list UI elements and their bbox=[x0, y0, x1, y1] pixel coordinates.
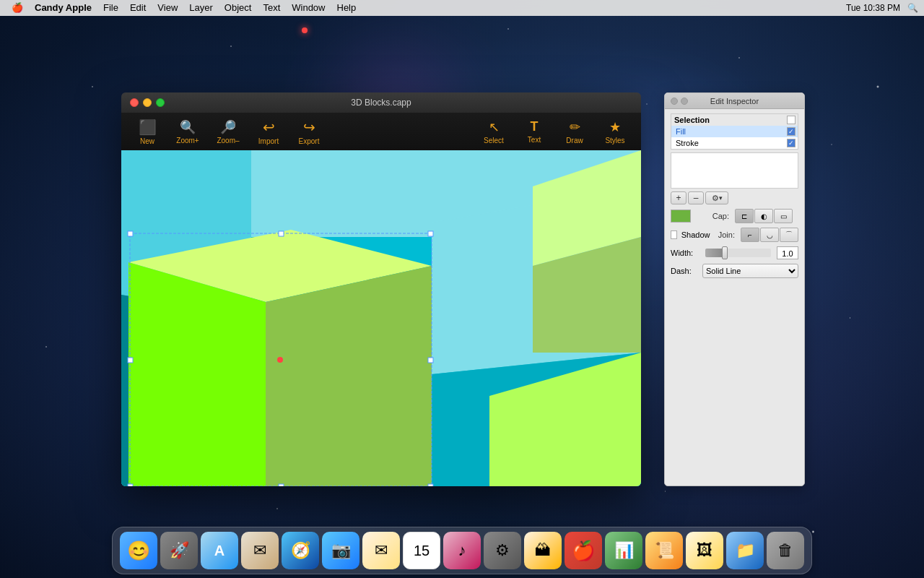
facetime-icon: 📷 bbox=[331, 541, 351, 560]
cap-round-button[interactable]: ◐ bbox=[754, 209, 773, 223]
fill-checkbox[interactable]: ✓ bbox=[787, 127, 796, 136]
stroke-row: Stroke ✓ bbox=[671, 137, 798, 150]
toolbar-import-button[interactable]: ↩ Import bbox=[250, 116, 287, 147]
select-icon: ↖ bbox=[489, 119, 500, 135]
inspector-title: Edit Inspector bbox=[710, 97, 759, 105]
toolbar-zoom-in-button[interactable]: 🔍 Zoom+ bbox=[169, 116, 206, 147]
stroke-checkbox[interactable]: ✓ bbox=[787, 139, 796, 147]
dock-iphoto[interactable]: 🏔 bbox=[524, 532, 562, 569]
ical-icon: 15 bbox=[414, 543, 430, 559]
app-name[interactable]: Candy Apple bbox=[29, 0, 97, 16]
dock-itunes[interactable]: ♪ bbox=[443, 532, 481, 569]
fill-row: Fill ✓ bbox=[671, 126, 798, 137]
cap-butt-button[interactable]: ⊏ bbox=[735, 209, 754, 223]
selection-checkbox[interactable] bbox=[787, 116, 796, 124]
minimize-button[interactable] bbox=[143, 98, 152, 107]
join-bevel-icon: ⌒ bbox=[785, 230, 793, 240]
toolbar-export-button[interactable]: ↪ Export bbox=[290, 116, 328, 147]
stroke-color-swatch[interactable] bbox=[671, 210, 691, 223]
close-button[interactable] bbox=[130, 98, 139, 107]
apple-menu[interactable]: 🍎 bbox=[6, 0, 29, 16]
dock-facetime[interactable]: 📷 bbox=[322, 532, 359, 569]
dock-launchpad[interactable]: 🚀 bbox=[160, 532, 198, 569]
menu-layer[interactable]: Layer bbox=[183, 0, 219, 16]
svg-point-44 bbox=[277, 357, 283, 363]
toolbar-right: ↖ Select T Text ✏ Draw ★ Styles bbox=[475, 116, 634, 147]
cap-buttons: ⊏ ◐ ▭ bbox=[735, 209, 793, 223]
stroke-label[interactable]: Stroke bbox=[671, 137, 785, 150]
dock-numbers[interactable]: 📊 bbox=[605, 532, 642, 569]
dock-trash[interactable]: 🗑 bbox=[767, 532, 804, 569]
safari-icon: 🧭 bbox=[291, 541, 310, 560]
svg-rect-43 bbox=[428, 484, 433, 486]
iphoto-icon: 🏔 bbox=[535, 541, 551, 560]
selection-header-row: Selection bbox=[671, 114, 798, 126]
shadow-label: Shadow bbox=[681, 230, 710, 239]
toolbar-new-button[interactable]: ⬛ New bbox=[128, 116, 166, 147]
menu-file[interactable]: File bbox=[97, 0, 124, 16]
toolbar-draw-button[interactable]: ✏ Draw bbox=[556, 116, 593, 147]
menu-window[interactable]: Window bbox=[286, 0, 331, 16]
inspector-toolbar: + – ⚙ ▾ bbox=[671, 191, 798, 204]
width-slider[interactable] bbox=[705, 249, 771, 257]
dock-safari[interactable]: 🧭 bbox=[282, 532, 319, 569]
dock-mail-stamp[interactable]: ✉ bbox=[241, 532, 279, 569]
search-icon[interactable]: 🔍 bbox=[907, 3, 918, 13]
dock: 😊 🚀 A ✉ 🧭 📷 ✉ 15 ♪ ⚙ 🏔 bbox=[112, 527, 812, 574]
add-property-button[interactable]: + bbox=[671, 191, 687, 204]
mail-icon: ✉ bbox=[375, 541, 388, 560]
stacks-icon: 📁 bbox=[736, 541, 755, 560]
dock-ical[interactable]: 15 bbox=[403, 532, 440, 569]
inspector-panel: Edit Inspector Selection Fill ✓ bbox=[664, 92, 805, 486]
canvas-svg bbox=[121, 150, 641, 486]
fill-label[interactable]: Fill bbox=[671, 126, 785, 137]
menu-text[interactable]: Text bbox=[257, 0, 286, 16]
zoom-out-icon: 🔎 bbox=[220, 119, 236, 135]
window-title: 3D Blocks.capp bbox=[351, 98, 411, 108]
dash-select[interactable]: Solid Line Dashed Dotted bbox=[702, 264, 798, 278]
dock-system-prefs[interactable]: ⚙ bbox=[484, 532, 521, 569]
menu-help[interactable]: Help bbox=[331, 0, 362, 16]
canvas-area[interactable] bbox=[121, 150, 641, 486]
dock-mail[interactable]: ✉ bbox=[362, 532, 400, 569]
dock-stacks[interactable]: 📁 bbox=[726, 532, 764, 569]
inspector-close[interactable] bbox=[671, 98, 678, 105]
remove-property-button[interactable]: – bbox=[688, 191, 704, 204]
menu-edit[interactable]: Edit bbox=[124, 0, 152, 16]
maximize-button[interactable] bbox=[156, 98, 165, 107]
dock-script-editor[interactable]: 📜 bbox=[645, 532, 683, 569]
toolbar-text-button[interactable]: T Text bbox=[515, 116, 553, 147]
svg-rect-36 bbox=[128, 231, 133, 236]
svg-marker-29 bbox=[266, 266, 432, 486]
join-miter-button[interactable]: ⌐ bbox=[741, 228, 759, 242]
cap-square-button[interactable]: ▭ bbox=[774, 209, 793, 223]
dock-finder[interactable]: 😊 bbox=[120, 532, 157, 569]
itunes-icon: ♪ bbox=[458, 541, 466, 560]
cap-square-icon: ▭ bbox=[780, 212, 787, 220]
join-bevel-button[interactable]: ⌒ bbox=[780, 228, 798, 242]
dock-app-store[interactable]: A bbox=[201, 532, 238, 569]
toolbar-styles-button[interactable]: ★ Styles bbox=[596, 116, 634, 147]
shadow-checkbox[interactable] bbox=[671, 230, 677, 239]
dock-candy-apple[interactable]: 🍎 bbox=[565, 532, 602, 569]
svg-rect-42 bbox=[279, 484, 284, 486]
width-value[interactable]: 1.0 bbox=[777, 246, 798, 259]
toolbar-select-button[interactable]: ↖ Select bbox=[475, 116, 513, 147]
stroke-color-row: Cap: ⊏ ◐ ▭ bbox=[671, 209, 798, 223]
menu-object[interactable]: Object bbox=[219, 0, 258, 16]
app-window: 3D Blocks.capp ⬛ New 🔍 Zoom+ 🔎 Zoom– ↩ I… bbox=[121, 92, 641, 486]
menubar-right: Tue 10:38 PM 🔍 bbox=[846, 3, 918, 13]
width-slider-thumb[interactable] bbox=[722, 246, 728, 259]
mail-stamp-icon: ✉ bbox=[253, 541, 266, 560]
inspector-minimize[interactable] bbox=[681, 98, 688, 105]
inspector-traffic-lights bbox=[671, 98, 688, 105]
dock-iphoto2[interactable]: 🖼 bbox=[686, 532, 723, 569]
inspector-body: Selection Fill ✓ Stroke bbox=[665, 109, 804, 287]
gear-property-button[interactable]: ⚙ ▾ bbox=[705, 191, 728, 204]
launchpad-icon: 🚀 bbox=[170, 541, 189, 560]
menu-view[interactable]: View bbox=[152, 0, 183, 16]
toolbar-zoom-out-button[interactable]: 🔎 Zoom– bbox=[209, 116, 247, 147]
desktop: 🍎 Candy Apple File Edit View Layer Objec… bbox=[0, 0, 924, 578]
draw-icon: ✏ bbox=[570, 119, 580, 135]
join-round-button[interactable]: ◡ bbox=[760, 228, 779, 242]
